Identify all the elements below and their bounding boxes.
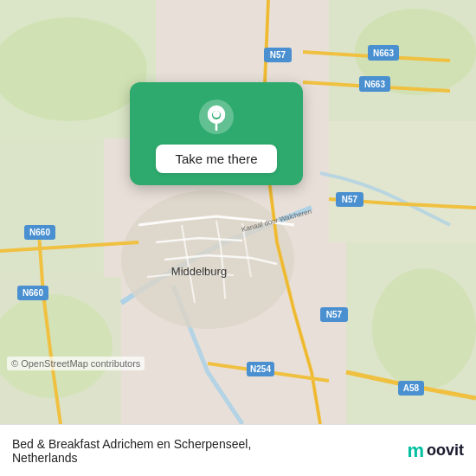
copyright-text: © OpenStreetMap contributors — [7, 357, 145, 370]
moovit-m-letter: m — [407, 440, 424, 462]
take-me-there-button[interactable]: Take me there — [156, 145, 276, 173]
moovit-logo: moovit — [407, 440, 464, 462]
svg-text:N660: N660 — [23, 288, 43, 298]
location-pin-icon — [197, 98, 235, 136]
svg-rect-2 — [0, 138, 104, 277]
svg-text:N57: N57 — [326, 310, 343, 319]
location-popup: Take me there — [130, 82, 303, 185]
svg-text:N254: N254 — [250, 364, 271, 374]
map-container: N663 N663 N57 N57 N57 N660 N660 N254 A58… — [0, 0, 476, 424]
bottom-bar: Bed & Breakfast Adrichem en Scherpenseel… — [0, 424, 476, 476]
svg-text:N663: N663 — [364, 80, 385, 89]
svg-text:N57: N57 — [342, 195, 358, 204]
location-name: Bed & Breakfast Adrichem en Scherpenseel… — [12, 437, 251, 451]
svg-point-9 — [372, 268, 476, 389]
svg-text:N660: N660 — [29, 228, 50, 237]
svg-text:N57: N57 — [270, 50, 286, 60]
svg-text:Middelburg: Middelburg — [171, 265, 227, 278]
location-country: Netherlands — [12, 451, 78, 465]
svg-point-11 — [121, 190, 294, 329]
location-title: Bed & Breakfast Adrichem en Scherpenseel… — [12, 437, 398, 465]
svg-text:N663: N663 — [373, 48, 394, 58]
svg-text:A58: A58 — [403, 383, 420, 393]
moovit-text: oovit — [427, 441, 464, 460]
svg-point-36 — [213, 111, 220, 118]
